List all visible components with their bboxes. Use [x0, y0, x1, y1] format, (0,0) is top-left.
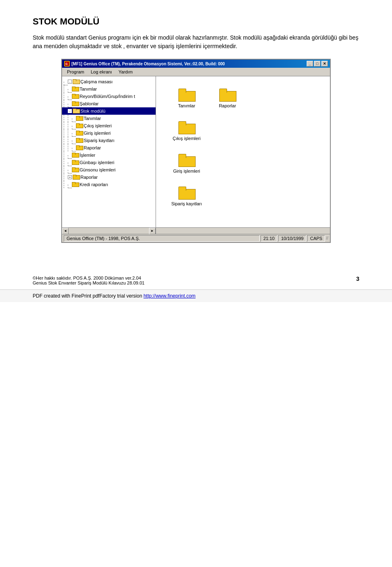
tree-item-cikis[interactable]: Çıkış işlemleri — [62, 122, 156, 129]
status-date: 10/10/1999 — [278, 235, 306, 242]
footer-text: ©Her hakkı saklıdır. POS A.Ş. 2000 Döküm… — [33, 276, 145, 285]
folder-icon-raporlar1 — [73, 175, 79, 180]
tree-item-sablonlar[interactable]: Şablonlar — [62, 100, 156, 107]
label-raporlar1: Raporlar — [80, 175, 98, 180]
folder-big-2 — [178, 121, 195, 134]
icon-label-3: Giriş işlemleri — [173, 169, 200, 173]
window-controls[interactable]: _ □ ✕ — [307, 61, 328, 67]
tree-item-raporlar2[interactable]: Raporlar — [62, 144, 156, 151]
close-button[interactable]: ✕ — [321, 61, 328, 67]
pdf-footer-text: PDF created with FinePrint pdfFactory tr… — [33, 293, 143, 299]
label-sablonlar: Şablonlar — [80, 101, 98, 106]
label-gunsonu: Günsonu işlemleri — [80, 167, 116, 172]
folder-big-0 — [178, 89, 195, 102]
folder-icon-siparis2 — [76, 138, 82, 143]
label-islemler: İşlemler — [80, 153, 96, 158]
folder-icon-giris — [76, 131, 82, 136]
main-area: - Çalışma masası Tanımlar Reyon/Bölüm — [62, 76, 330, 227]
tree-item-stok[interactable]: - Stok modülü — [62, 107, 156, 115]
title-bar: G [MF1] Genius Office (TM), Perakende Ot… — [62, 60, 330, 68]
label-siparis2: Sipariş kayıtları — [84, 138, 114, 143]
expander-calisma[interactable]: - — [68, 80, 72, 84]
tree-item-tanimlar2[interactable]: Tanımlar — [62, 115, 156, 122]
icon-2[interactable]: Çıkış işlemleri — [168, 121, 205, 141]
tree-hscroll: ◄ ► — [62, 228, 156, 234]
folder-icon-gunsonu — [72, 167, 78, 172]
tree-item-raporlar1[interactable]: + Raporlar — [62, 173, 156, 181]
footer-content: ©Her hakkı saklıdır. POS A.Ş. 2000 Döküm… — [33, 276, 359, 285]
icon-3[interactable]: Giriş işlemleri — [168, 154, 205, 173]
status-company: Genius Office (TM) - 1998, POS A.Ş. — [64, 235, 260, 242]
icons-panel: TanımlarRaporlarÇıkış işlemleriGiriş işl… — [156, 76, 330, 227]
tree-item-calisma[interactable]: - Çalışma masası — [62, 78, 156, 85]
pdf-footer: PDF created with FinePrint pdfFactory tr… — [0, 289, 392, 302]
label-giris: Giriş işlemleri — [84, 131, 111, 136]
menu-program[interactable]: Program — [64, 69, 87, 75]
label-tanimlar2: Tanımlar — [84, 116, 101, 121]
icon-0[interactable]: Tanımlar — [168, 89, 205, 108]
folder-icon-calisma — [73, 79, 79, 84]
tree-item-reyon[interactable]: Reyon/Bölüm/Grup/İndirim t — [62, 93, 156, 100]
menu-log[interactable]: Log ekranı — [87, 69, 115, 75]
folder-icon-cikis — [76, 123, 82, 128]
expander-stok[interactable]: - — [68, 109, 72, 113]
folder-big-1 — [219, 89, 236, 102]
folder-icon-reyon — [72, 94, 78, 99]
status-caps: CAPS — [307, 235, 325, 242]
label-calisma: Çalışma masası — [80, 79, 113, 84]
tree-item-tanimlar1[interactable]: Tanımlar — [62, 85, 156, 93]
app-icon: G — [64, 61, 70, 67]
label-stok: Stok modülü — [80, 109, 105, 113]
folder-icon-sablonlar — [72, 101, 78, 106]
pdf-footer-link[interactable]: http://www.fineprint.com — [143, 293, 195, 299]
status-time: 21:10 — [261, 235, 278, 242]
icon-4[interactable]: Sipariş kayıtları — [168, 187, 205, 206]
folder-icon-islemler — [72, 153, 78, 158]
page-number: 3 — [356, 276, 359, 282]
tree-item-giris[interactable]: Giriş işlemleri — [62, 129, 156, 137]
menu-bar: Program Log ekranı Yardım — [62, 68, 330, 76]
tree-item-siparis2[interactable]: Sipariş kayıtları — [62, 137, 156, 144]
label-cikis: Çıkış işlemleri — [84, 123, 111, 128]
expander-raporlar1[interactable]: + — [68, 175, 72, 179]
folder-big-3 — [178, 154, 195, 167]
resize-grip: // — [326, 236, 328, 240]
folder-icon-tanimlar1 — [72, 87, 78, 91]
window-title: [MF1] Genius Office (TM), Perakende Otom… — [71, 62, 225, 66]
icon-label-2: Çıkış işlemleri — [173, 136, 200, 141]
tree-item-gunbasi[interactable]: Günbaşı işlemleri — [62, 159, 156, 166]
scroll-right-btn[interactable]: ► — [149, 228, 156, 234]
tree-panel: - Çalışma masası Tanımlar Reyon/Bölüm — [62, 76, 156, 227]
page-body: Stok modülü standart Genius programı içi… — [33, 33, 359, 51]
tree-item-kredi[interactable]: Kredi raporları — [62, 181, 156, 188]
folder-icon-kredi — [72, 182, 78, 187]
svg-text:G: G — [65, 62, 68, 65]
icon-1[interactable]: Raporlar — [209, 89, 246, 108]
status-bar: Genius Office (TM) - 1998, POS A.Ş. 21:1… — [62, 234, 330, 242]
label-gunbasi: Günbaşı işlemleri — [80, 160, 114, 165]
folder-icon-gunbasi — [72, 160, 78, 165]
folder-icon-stok — [73, 109, 79, 113]
page-title: STOK MODÜLÜ — [33, 16, 359, 27]
minimize-button[interactable]: _ — [307, 61, 313, 67]
tree-item-islemler[interactable]: İşlemler — [62, 151, 156, 159]
tree-item-gunsonu[interactable]: Günsonu işlemleri — [62, 166, 156, 173]
right-scroll-area — [156, 228, 330, 234]
label-tanimlar1: Tanımlar — [80, 87, 97, 91]
label-kredi: Kredi raporları — [80, 182, 108, 187]
icon-label-1: Raporlar — [219, 103, 236, 108]
page-content: STOK MODÜLÜ Stok modülü standart Genius … — [0, 0, 392, 267]
hscroll-bar: ◄ ► — [62, 227, 330, 234]
folder-icon-raporlar2 — [76, 145, 82, 150]
scroll-left-btn[interactable]: ◄ — [62, 228, 69, 234]
product-text: Genius Stok Envanter Sipariş Modülü Kıla… — [33, 280, 145, 285]
copyright-text: ©Her hakkı saklıdır. POS A.Ş. 2000 Döküm… — [33, 276, 145, 280]
icon-label-4: Sipariş kayıtları — [171, 201, 202, 206]
footer-area: ©Her hakkı saklıdır. POS A.Ş. 2000 Döküm… — [0, 267, 392, 289]
app-screenshot: G [MF1] Genius Office (TM), Perakende Ot… — [61, 59, 331, 243]
menu-help[interactable]: Yardım — [115, 69, 136, 75]
label-reyon: Reyon/Bölüm/Grup/İndirim t — [80, 94, 135, 99]
maximize-button[interactable]: □ — [314, 61, 321, 67]
folder-big-4 — [178, 187, 195, 200]
title-bar-left: G [MF1] Genius Office (TM), Perakende Ot… — [64, 61, 225, 67]
